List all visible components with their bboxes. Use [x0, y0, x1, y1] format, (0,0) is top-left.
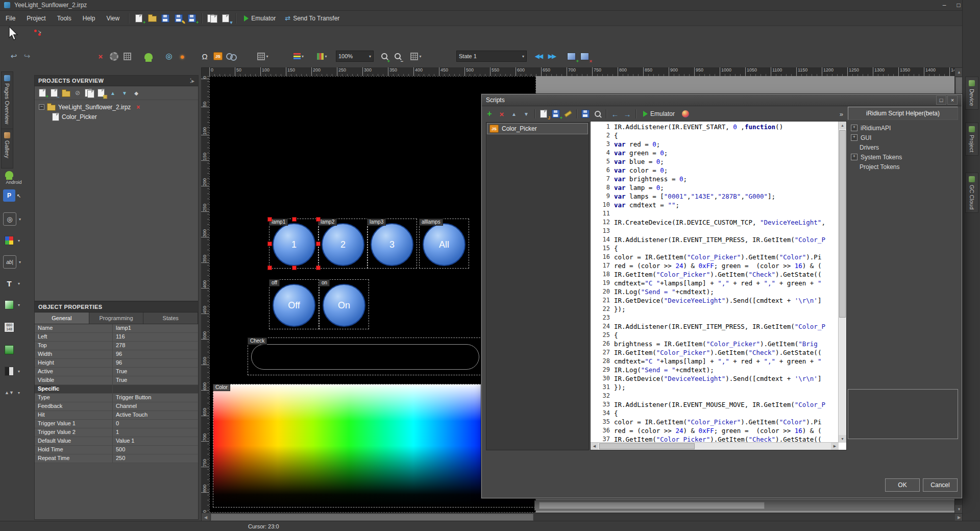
- tab-gc-cloud[interactable]: GC Cloud: [965, 173, 978, 213]
- property-row[interactable]: Namelamp1: [35, 324, 198, 333]
- copy-icon[interactable]: [207, 13, 218, 24]
- menu-help[interactable]: Help: [77, 12, 101, 25]
- scripts-window[interactable]: Scripts □ × + × ▲ ▼ J + ← → Emulator » J…: [481, 94, 962, 498]
- property-row[interactable]: Top278: [35, 342, 198, 350]
- save-script-icon[interactable]: [580, 108, 591, 119]
- property-row[interactable]: Trigger Value 21: [35, 428, 198, 437]
- expand-icon[interactable]: +: [851, 154, 857, 160]
- search-icon[interactable]: [592, 108, 603, 119]
- collapse-icon[interactable]: −: [39, 104, 44, 110]
- property-row[interactable]: TypeTrigger Button: [35, 394, 198, 402]
- selection-handle[interactable]: [316, 266, 321, 270]
- menu-project[interactable]: Project: [21, 12, 51, 25]
- selection-handle[interactable]: [292, 266, 297, 270]
- selection-tool[interactable]: [8, 27, 19, 43]
- move-down-icon[interactable]: ▼: [119, 88, 130, 98]
- tool-color-item[interactable]: ▾: [3, 233, 28, 248]
- zoom-select[interactable]: 100%▾: [336, 51, 374, 62]
- property-row[interactable]: VisibleTrue: [35, 376, 198, 385]
- menu-view[interactable]: View: [101, 12, 125, 25]
- hot-zone-icon[interactable]: ●: [176, 50, 189, 63]
- property-row[interactable]: Default ValueValue 1: [35, 437, 198, 446]
- helper-item-drivers[interactable]: Drivers: [848, 142, 958, 152]
- nav-forward-icon[interactable]: ↪: [20, 50, 34, 63]
- add-state-icon[interactable]: +: [565, 50, 578, 63]
- distribute-dropdown[interactable]: ▾: [315, 50, 329, 63]
- tab-project[interactable]: Project: [965, 123, 978, 156]
- menu-file[interactable]: File: [0, 12, 21, 25]
- selection-handle[interactable]: [267, 266, 272, 270]
- tool-button-item[interactable]: [3, 342, 28, 357]
- canvas-item-off[interactable]: offOff: [269, 279, 319, 329]
- align-dropdown[interactable]: ▾: [292, 50, 305, 63]
- tab-general[interactable]: General: [35, 312, 89, 324]
- close-project-icon[interactable]: ×: [136, 104, 140, 111]
- tab-pages-overview[interactable]: Pages Overview: [1, 71, 13, 130]
- grid-options-dropdown[interactable]: ▾: [409, 50, 423, 63]
- toolbar-overflow-icon[interactable]: »: [837, 110, 846, 118]
- emulator-button[interactable]: Emulator: [239, 13, 280, 23]
- tool-edit-text[interactable]: ab|▾: [3, 254, 28, 270]
- tab-states[interactable]: States: [143, 312, 198, 324]
- import-script-icon[interactable]: J: [538, 108, 549, 119]
- scroll-right-icon[interactable]: ▶: [831, 443, 839, 450]
- delete-state-icon[interactable]: ×: [578, 50, 591, 63]
- scripts-emulator-button[interactable]: Emulator: [639, 109, 679, 118]
- scroll-left-icon[interactable]: ◀: [202, 513, 210, 521]
- tool-power-button[interactable]: ◎▾: [3, 211, 28, 227]
- code-editor[interactable]: 1234567891011121314151617181920212223242…: [590, 121, 847, 450]
- grid-icon[interactable]: [120, 50, 134, 63]
- scroll-left-icon[interactable]: ◀: [591, 443, 598, 450]
- tab-programming[interactable]: Programming: [89, 312, 144, 324]
- new-project-icon[interactable]: +: [133, 13, 144, 24]
- scripts-close-button[interactable]: ×: [947, 95, 958, 105]
- tool-checkbox-item[interactable]: ▾: [3, 364, 28, 379]
- layout-grid-dropdown[interactable]: ▾: [256, 50, 270, 63]
- zoom-in-icon[interactable]: +: [378, 50, 391, 63]
- paste-icon[interactable]: ▾: [220, 13, 231, 24]
- delete-script-icon[interactable]: ×: [496, 108, 507, 119]
- property-row[interactable]: Width96: [35, 350, 198, 359]
- code-lines[interactable]: IR.AddListener(IR.EVENT_START, 0 ,functi…: [614, 123, 838, 443]
- scripts-titlebar[interactable]: Scripts □ ×: [482, 94, 962, 106]
- helper-item-system-tokens[interactable]: +System Tokens: [848, 152, 958, 162]
- state-select[interactable]: State 1▾: [456, 51, 527, 62]
- expand-icon[interactable]: +: [851, 134, 857, 141]
- canvas-item-lamp2[interactable]: lamp22: [318, 219, 368, 269]
- minimize-button[interactable]: –: [937, 1, 951, 10]
- selection-handle[interactable]: [292, 217, 297, 222]
- tool-gradient-item[interactable]: ▾: [3, 297, 28, 312]
- scroll-up-icon[interactable]: ▲: [839, 122, 846, 129]
- panel-options-icon[interactable]: ⁚▸: [190, 78, 194, 84]
- property-row[interactable]: FeedbackChannel: [35, 402, 198, 411]
- cancel-button[interactable]: Cancel: [923, 478, 958, 492]
- tool-level-item[interactable]: 660148: [3, 320, 28, 335]
- selection-handle[interactable]: [316, 242, 321, 246]
- selection-handle[interactable]: [316, 217, 321, 222]
- helper-item-gui[interactable]: +GUI: [848, 133, 958, 142]
- canvas-item-lamp1[interactable]: lamp11: [269, 219, 319, 269]
- nav-back-icon[interactable]: ↩: [7, 50, 20, 63]
- settings-icon[interactable]: [107, 50, 120, 63]
- move-up-icon[interactable]: ▲: [108, 88, 118, 98]
- send-to-transfer-button[interactable]: ⇄ Send To Transfer: [280, 13, 344, 23]
- workspace-scrollbar[interactable]: [534, 500, 954, 511]
- canvas-item-lamp3[interactable]: lamp33: [367, 219, 417, 269]
- scrollbar-thumb[interactable]: [539, 502, 765, 509]
- tab-device[interactable]: Device: [965, 77, 978, 110]
- helper-item-iridiumapi[interactable]: +iRidiumAPI: [848, 123, 958, 133]
- prev-state-icon[interactable]: ◀◀: [532, 50, 545, 63]
- selection-handle[interactable]: [267, 217, 272, 222]
- theme-colors-icon[interactable]: [680, 108, 691, 119]
- property-row[interactable]: ActiveTrue: [35, 368, 198, 376]
- delete-item-icon[interactable]: ×: [94, 50, 107, 63]
- property-row[interactable]: Left116: [35, 333, 198, 342]
- tool-shapes-item[interactable]: ▲▼▾: [3, 385, 28, 400]
- snap-target-icon[interactable]: ◎: [162, 50, 176, 63]
- scrollbar-thumb[interactable]: [839, 130, 846, 318]
- copy-icon[interactable]: [84, 88, 94, 98]
- undo-icon[interactable]: ←: [609, 108, 621, 119]
- disable-icon[interactable]: ⊘: [72, 88, 83, 98]
- open-project-icon[interactable]: [146, 13, 158, 24]
- ok-button[interactable]: OK: [885, 478, 920, 492]
